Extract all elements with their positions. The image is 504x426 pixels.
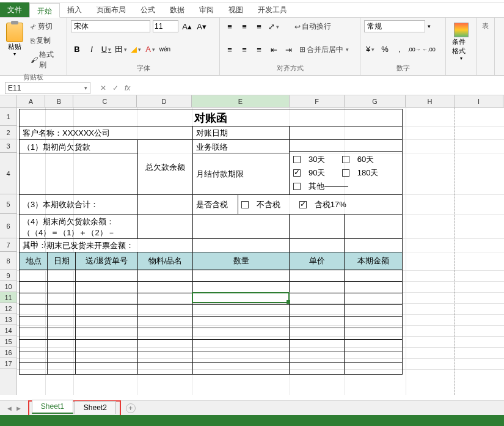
table-cell[interactable] [48, 328, 76, 339]
table-cell[interactable] [290, 340, 345, 351]
table-cell[interactable] [290, 351, 345, 362]
table-cell[interactable] [76, 317, 138, 328]
row-header-16[interactable]: 16 [0, 347, 16, 358]
row-header-8[interactable]: 8 [0, 252, 16, 270]
confirm-formula-icon[interactable]: ✓ [112, 84, 119, 92]
chk-180[interactable] [342, 169, 349, 177]
table-cell[interactable] [138, 351, 193, 362]
menu-data[interactable]: 数据 [163, 2, 192, 17]
table-cell[interactable] [193, 305, 290, 316]
menu-file[interactable]: 文件 [0, 2, 29, 17]
table-cell[interactable] [290, 317, 345, 328]
sheet-nav-last-icon[interactable]: ► [15, 405, 22, 412]
merge-button[interactable]: ⊞合并后居中 [297, 43, 351, 56]
table-cell[interactable] [193, 351, 290, 362]
dec-decimal-icon[interactable]: ←.00 [423, 43, 435, 56]
font-size-select[interactable] [153, 20, 178, 32]
number-format-select[interactable] [364, 20, 425, 32]
border-button[interactable]: 田 [115, 43, 127, 56]
row-header-7[interactable]: 7 [0, 238, 16, 252]
align-center-icon[interactable]: ≡ [238, 43, 250, 56]
menu-view[interactable]: 视图 [221, 2, 250, 17]
indent-dec-icon[interactable]: ⇤ [268, 43, 280, 56]
table-cell[interactable] [138, 282, 193, 293]
copy-button[interactable]: ⎘复制 [28, 34, 63, 47]
table-cell[interactable] [76, 351, 138, 362]
indent-inc-icon[interactable]: ⇥ [282, 43, 294, 56]
table-cell[interactable] [48, 363, 76, 374]
table-cell[interactable] [20, 293, 48, 304]
table-cell[interactable] [76, 363, 138, 374]
table-cell[interactable] [20, 305, 48, 316]
font-color-button[interactable]: A [144, 43, 156, 56]
table-cell[interactable] [48, 293, 76, 304]
table-cell[interactable] [20, 328, 48, 339]
table-cell[interactable] [290, 305, 345, 316]
sheet-tab-1[interactable]: Sheet1 [32, 400, 73, 414]
fx-icon[interactable]: fx [125, 84, 130, 92]
table-cell[interactable] [138, 328, 193, 339]
row-header-3[interactable]: 3 [0, 139, 16, 153]
table-cell[interactable] [76, 270, 138, 281]
table-cell[interactable] [76, 305, 138, 316]
row-header-17[interactable]: 17 [0, 358, 16, 369]
col-header-D[interactable]: D [137, 95, 192, 107]
chk-notax[interactable] [241, 201, 249, 208]
table-cell[interactable] [76, 340, 138, 351]
table-cell[interactable] [138, 305, 193, 316]
table-cell[interactable] [290, 282, 345, 293]
table-cell[interactable] [48, 317, 76, 328]
col-header-A[interactable]: A [17, 95, 45, 107]
align-bottom-icon[interactable]: ≡ [253, 21, 265, 33]
table-cell[interactable] [193, 270, 290, 281]
col-header-G[interactable]: G [345, 95, 406, 107]
row-header-11[interactable]: 11 [0, 292, 16, 303]
underline-button[interactable]: U [100, 43, 112, 56]
chk-other[interactable] [293, 183, 301, 190]
table-cell[interactable] [345, 363, 402, 374]
col-header-E[interactable]: E [192, 95, 290, 107]
table-cell[interactable] [138, 270, 193, 281]
table-cell[interactable] [48, 340, 76, 351]
sheet-nav-first-icon[interactable]: ◄ [6, 405, 13, 412]
table-cell[interactable] [345, 340, 402, 351]
chk-60[interactable] [342, 156, 349, 163]
fill-color-button[interactable]: ◢ [130, 43, 142, 56]
table-cell[interactable] [193, 328, 290, 339]
table-cell[interactable] [345, 351, 402, 362]
table-cell[interactable] [345, 270, 402, 281]
row-header-4[interactable]: 4 [0, 153, 16, 194]
table-cell[interactable] [138, 340, 193, 351]
table-cell[interactable] [290, 270, 345, 281]
table-cell[interactable] [20, 351, 48, 362]
table-cell[interactable] [138, 293, 193, 304]
table-cell[interactable] [345, 293, 402, 304]
chk-90[interactable] [293, 169, 301, 177]
table-cell[interactable] [193, 340, 290, 351]
col-header-C[interactable]: C [73, 95, 137, 107]
sheet-tab-2[interactable]: Sheet2 [75, 401, 116, 414]
table-cell[interactable] [20, 340, 48, 351]
name-box[interactable]: E11▾ [5, 82, 90, 94]
align-right-icon[interactable]: ≡ [253, 43, 265, 56]
wrap-button[interactable]: ↩自动换行 [292, 20, 334, 33]
table-cell[interactable] [193, 293, 290, 304]
table-cell[interactable] [345, 282, 402, 293]
decrease-font-icon[interactable]: A▾ [195, 20, 208, 32]
table-cell[interactable] [20, 282, 48, 293]
add-sheet-button[interactable]: + [126, 403, 136, 413]
table-cell[interactable] [193, 282, 290, 293]
row-header-10[interactable]: 10 [0, 281, 16, 292]
painter-button[interactable]: 🖌格式刷 [28, 48, 63, 72]
chk-30[interactable] [293, 156, 301, 163]
italic-button[interactable]: I [86, 43, 98, 56]
formula-input[interactable] [136, 82, 504, 94]
phonetic-button[interactable]: wén [159, 43, 171, 56]
table-cell[interactable] [138, 317, 193, 328]
table-cell[interactable] [76, 328, 138, 339]
percent-icon[interactable]: % [379, 43, 391, 56]
menu-insert[interactable]: 插入 [60, 2, 89, 17]
table-cell[interactable] [48, 282, 76, 293]
table-cell[interactable] [76, 293, 138, 304]
row-header-14[interactable]: 14 [0, 325, 16, 336]
